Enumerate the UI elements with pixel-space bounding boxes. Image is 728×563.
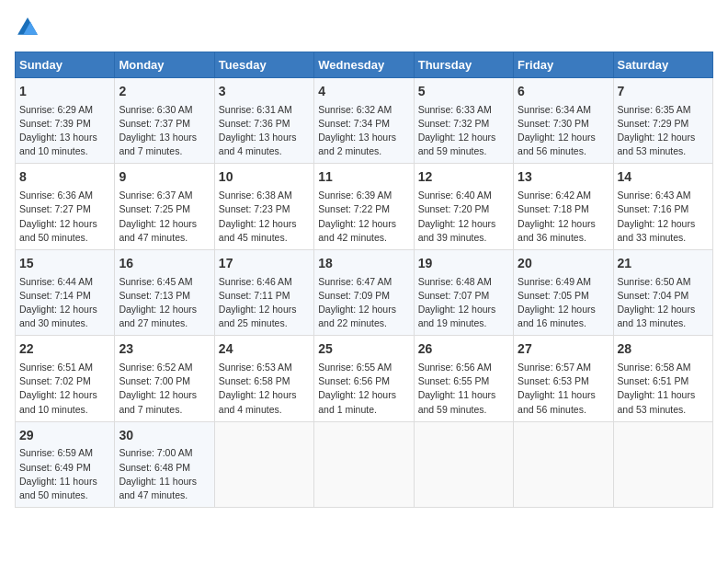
day-content: Sunrise: 6:31 AM Sunset: 7:36 PM Dayligh… [219,103,310,159]
day-number: 16 [119,255,210,273]
calendar-cell: 16 Sunrise: 6:45 AM Sunset: 7:13 PM Dayl… [115,249,214,335]
calendar-cell [314,421,414,507]
day-content: Sunrise: 6:58 AM Sunset: 6:51 PM Dayligh… [618,361,709,417]
calendar-cell: 20 Sunrise: 6:49 AM Sunset: 7:05 PM Dayl… [514,249,613,335]
calendar-cell: 18 Sunrise: 6:47 AM Sunset: 7:09 PM Dayl… [314,249,414,335]
day-content: Sunrise: 6:53 AM Sunset: 6:58 PM Dayligh… [219,361,310,417]
calendar-cell: 19 Sunrise: 6:48 AM Sunset: 7:07 PM Dayl… [414,249,513,335]
day-content: Sunrise: 6:34 AM Sunset: 7:30 PM Dayligh… [518,103,609,159]
day-number: 18 [318,255,409,273]
calendar-week-row: 8 Sunrise: 6:36 AM Sunset: 7:27 PM Dayli… [16,164,713,249]
header-cell-wednesday: Wednesday [314,52,414,78]
header-cell-sunday: Sunday [16,52,115,78]
day-content: Sunrise: 6:37 AM Sunset: 7:25 PM Dayligh… [119,189,210,245]
day-number: 21 [618,255,709,273]
calendar-cell [214,421,313,507]
calendar-week-row: 1 Sunrise: 6:29 AM Sunset: 7:39 PM Dayli… [16,78,713,164]
day-number: 20 [518,255,609,273]
header-cell-monday: Monday [115,52,214,78]
day-number: 11 [318,168,409,187]
calendar-cell: 26 Sunrise: 6:56 AM Sunset: 6:55 PM Dayl… [414,336,513,421]
calendar-cell: 25 Sunrise: 6:55 AM Sunset: 6:56 PM Dayl… [314,336,414,421]
calendar-cell: 12 Sunrise: 6:40 AM Sunset: 7:20 PM Dayl… [414,164,513,249]
day-number: 5 [418,83,509,101]
calendar-week-row: 22 Sunrise: 6:51 AM Sunset: 7:02 PM Dayl… [16,336,713,421]
calendar-cell: 15 Sunrise: 6:44 AM Sunset: 7:14 PM Dayl… [16,249,115,335]
day-number: 27 [518,340,609,359]
calendar-cell [414,421,513,507]
calendar-week-row: 29 Sunrise: 6:59 AM Sunset: 6:49 PM Dayl… [16,421,713,507]
calendar-cell: 14 Sunrise: 6:43 AM Sunset: 7:16 PM Dayl… [613,164,712,249]
day-number: 14 [618,168,709,187]
header-cell-friday: Friday [514,52,613,78]
day-number: 28 [618,340,709,359]
calendar-week-row: 15 Sunrise: 6:44 AM Sunset: 7:14 PM Dayl… [16,249,713,335]
calendar-cell: 11 Sunrise: 6:39 AM Sunset: 7:22 PM Dayl… [314,164,414,249]
calendar-cell: 17 Sunrise: 6:46 AM Sunset: 7:11 PM Dayl… [214,249,313,335]
page-header [15,15,713,40]
day-content: Sunrise: 6:55 AM Sunset: 6:56 PM Dayligh… [318,361,409,417]
day-content: Sunrise: 6:29 AM Sunset: 7:39 PM Dayligh… [19,103,110,159]
calendar-cell: 9 Sunrise: 6:37 AM Sunset: 7:25 PM Dayli… [115,164,214,249]
day-number: 15 [19,255,110,273]
day-content: Sunrise: 6:49 AM Sunset: 7:05 PM Dayligh… [518,275,609,331]
calendar-cell: 28 Sunrise: 6:58 AM Sunset: 6:51 PM Dayl… [613,336,712,421]
calendar-cell: 4 Sunrise: 6:32 AM Sunset: 7:34 PM Dayli… [314,78,414,164]
day-content: Sunrise: 6:30 AM Sunset: 7:37 PM Dayligh… [119,103,210,159]
day-number: 29 [19,427,110,445]
calendar-cell: 24 Sunrise: 6:53 AM Sunset: 6:58 PM Dayl… [214,336,313,421]
calendar-cell: 23 Sunrise: 6:52 AM Sunset: 7:00 PM Dayl… [115,336,214,421]
header-row: SundayMondayTuesdayWednesdayThursdayFrid… [16,52,713,78]
calendar-cell: 13 Sunrise: 6:42 AM Sunset: 7:18 PM Dayl… [514,164,613,249]
day-content: Sunrise: 6:43 AM Sunset: 7:16 PM Dayligh… [618,189,709,245]
day-content: Sunrise: 6:56 AM Sunset: 6:55 PM Dayligh… [418,361,509,417]
day-content: Sunrise: 6:52 AM Sunset: 7:00 PM Dayligh… [119,361,210,417]
calendar-cell: 30 Sunrise: 7:00 AM Sunset: 6:48 PM Dayl… [115,421,214,507]
day-number: 23 [119,340,210,359]
day-number: 1 [19,83,110,101]
calendar-cell: 3 Sunrise: 6:31 AM Sunset: 7:36 PM Dayli… [214,78,313,164]
day-number: 4 [318,83,409,101]
calendar-header: SundayMondayTuesdayWednesdayThursdayFrid… [16,52,713,78]
day-number: 13 [518,168,609,187]
day-content: Sunrise: 6:42 AM Sunset: 7:18 PM Dayligh… [518,189,609,245]
day-number: 10 [219,168,310,187]
day-number: 24 [219,340,310,359]
logo-icon [15,15,40,40]
day-content: Sunrise: 6:50 AM Sunset: 7:04 PM Dayligh… [618,275,709,331]
day-number: 19 [418,255,509,273]
calendar-cell: 6 Sunrise: 6:34 AM Sunset: 7:30 PM Dayli… [514,78,613,164]
day-content: Sunrise: 6:44 AM Sunset: 7:14 PM Dayligh… [19,275,110,331]
header-cell-thursday: Thursday [414,52,513,78]
day-content: Sunrise: 6:45 AM Sunset: 7:13 PM Dayligh… [119,275,210,331]
day-number: 22 [19,340,110,359]
calendar-table: SundayMondayTuesdayWednesdayThursdayFrid… [15,52,713,508]
day-content: Sunrise: 6:36 AM Sunset: 7:27 PM Dayligh… [19,189,110,245]
day-content: Sunrise: 6:57 AM Sunset: 6:53 PM Dayligh… [518,361,609,417]
day-content: Sunrise: 6:35 AM Sunset: 7:29 PM Dayligh… [618,103,709,159]
calendar-cell: 2 Sunrise: 6:30 AM Sunset: 7:37 PM Dayli… [115,78,214,164]
day-number: 9 [119,168,210,187]
calendar-cell: 5 Sunrise: 6:33 AM Sunset: 7:32 PM Dayli… [414,78,513,164]
calendar-cell: 8 Sunrise: 6:36 AM Sunset: 7:27 PM Dayli… [16,164,115,249]
calendar-cell: 22 Sunrise: 6:51 AM Sunset: 7:02 PM Dayl… [16,336,115,421]
calendar-cell [613,421,712,507]
day-number: 2 [119,83,210,101]
day-content: Sunrise: 6:33 AM Sunset: 7:32 PM Dayligh… [418,103,509,159]
day-number: 3 [219,83,310,101]
day-content: Sunrise: 6:59 AM Sunset: 6:49 PM Dayligh… [19,446,110,502]
day-number: 6 [518,83,609,101]
day-content: Sunrise: 6:51 AM Sunset: 7:02 PM Dayligh… [19,361,110,417]
calendar-cell: 1 Sunrise: 6:29 AM Sunset: 7:39 PM Dayli… [16,78,115,164]
day-content: Sunrise: 6:47 AM Sunset: 7:09 PM Dayligh… [318,275,409,331]
calendar-cell [514,421,613,507]
day-content: Sunrise: 6:32 AM Sunset: 7:34 PM Dayligh… [318,103,409,159]
calendar-cell: 7 Sunrise: 6:35 AM Sunset: 7:29 PM Dayli… [613,78,712,164]
day-number: 12 [418,168,509,187]
day-number: 7 [618,83,709,101]
logo [15,15,44,40]
header-cell-tuesday: Tuesday [214,52,313,78]
calendar-cell: 10 Sunrise: 6:38 AM Sunset: 7:23 PM Dayl… [214,164,313,249]
calendar-cell: 29 Sunrise: 6:59 AM Sunset: 6:49 PM Dayl… [16,421,115,507]
day-content: Sunrise: 6:38 AM Sunset: 7:23 PM Dayligh… [219,189,310,245]
